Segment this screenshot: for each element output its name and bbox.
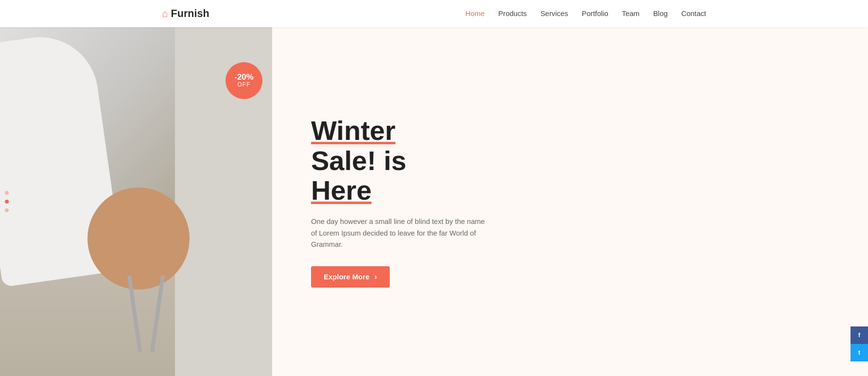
hero-title-word-winter: Winter [311, 116, 486, 146]
hero-photo: -20% OFF [0, 27, 272, 376]
hero-title-line2: Here [311, 175, 486, 205]
social-bar: f t [851, 326, 868, 361]
explore-more-button[interactable]: Explore More › [311, 266, 390, 288]
discount-percent: -20% [234, 73, 253, 82]
nav-links: Home Products Services Portfolio Team Bl… [466, 10, 706, 17]
slide-dot-3[interactable] [5, 208, 9, 212]
hero-title-line1: Winter Sale! is [311, 116, 486, 175]
explore-more-label: Explore More [324, 273, 369, 281]
nav-link-home[interactable]: Home [466, 10, 485, 17]
discount-badge: -20% OFF [226, 62, 262, 99]
logo-icon: ⌂ [162, 8, 168, 19]
slide-dot-1[interactable] [5, 191, 9, 195]
slide-dots [5, 191, 9, 212]
hero-text: Winter Sale! is Here One day however a s… [311, 116, 486, 287]
logo-text: Furnish [171, 7, 209, 20]
twitter-icon[interactable]: t [851, 344, 868, 361]
hero-content: Winter Sale! is Here One day however a s… [272, 27, 868, 376]
hero-section: -20% OFF Winter Sale! is Here One day ho… [0, 0, 868, 376]
explore-more-arrow: › [374, 273, 377, 281]
nav-link-products[interactable]: Products [498, 10, 527, 17]
nav-link-blog[interactable]: Blog [653, 10, 668, 17]
hero-subtitle: One day however a small line of blind te… [311, 216, 486, 251]
nav-link-portfolio[interactable]: Portfolio [582, 10, 608, 17]
slide-dot-2[interactable] [5, 200, 9, 204]
nav-link-services[interactable]: Services [540, 10, 568, 17]
nav-link-team[interactable]: Team [622, 10, 640, 17]
facebook-icon[interactable]: f [851, 326, 868, 344]
navbar: ⌂ Furnish Home Products Services Portfol… [0, 0, 868, 27]
nav-link-contact[interactable]: Contact [681, 10, 706, 17]
discount-off-label: OFF [238, 81, 251, 88]
hero-title: Winter Sale! is Here [311, 116, 486, 205]
hero-image: -20% OFF [0, 27, 272, 376]
logo[interactable]: ⌂ Furnish [162, 7, 209, 20]
hero-title-word-here: Here [311, 175, 486, 205]
